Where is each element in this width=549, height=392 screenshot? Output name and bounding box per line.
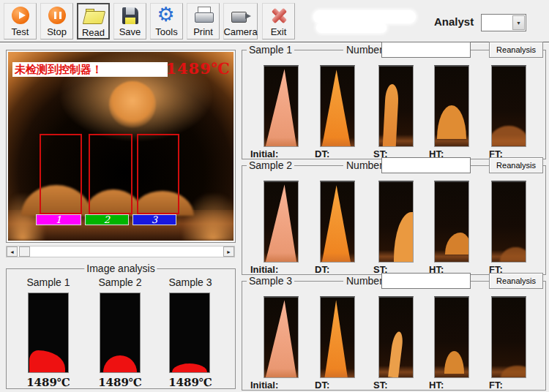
tools-button-label: Tools xyxy=(155,26,177,38)
chevron-down-icon[interactable]: ▼ xyxy=(512,15,525,30)
sample1-initial-thumbnail xyxy=(264,65,299,147)
furnace-camera-panel: 1 2 3 未检测到控制器！ 1489℃ xyxy=(6,50,236,243)
sample1-number-label: Number xyxy=(343,44,386,56)
sample3-initial-label: Initial: xyxy=(250,380,303,391)
region-tag-2: 2 xyxy=(85,214,129,225)
furnace-cone-silhouette xyxy=(109,81,156,128)
video-camera-icon xyxy=(230,5,252,26)
furnace-temperature-readout: 1489℃ xyxy=(165,59,231,78)
exit-x-icon xyxy=(268,5,290,26)
furnace-camera-view: 1 2 3 未检测到控制器！ 1489℃ xyxy=(8,52,234,241)
sample1-initial-label: Initial: xyxy=(250,148,303,159)
sample1-group: Sample 1 Number Reanalysis Initial: DT: … xyxy=(242,50,546,159)
analyst-dropdown[interactable]: ▼ xyxy=(481,14,526,31)
region-tag-3: 3 xyxy=(132,214,176,225)
printer-icon xyxy=(193,5,214,26)
sample1-dt-thumbnail xyxy=(320,65,355,147)
save-button[interactable]: Save xyxy=(113,3,146,39)
roi-rectangle-1 xyxy=(40,134,82,214)
sample3-ht-label: HT: xyxy=(429,380,482,391)
sample1-dt-label: DT: xyxy=(315,148,367,159)
ia-sample1-header: Sample 1 xyxy=(19,276,78,288)
ia-sample3-header: Sample 3 xyxy=(161,276,220,288)
sample3-ht-thumbnail xyxy=(434,296,469,378)
camera-horizontal-scrollbar[interactable]: ◄ ► xyxy=(6,246,235,257)
analyst-label: Analyst xyxy=(434,15,474,28)
furnace-glow-right xyxy=(182,194,234,241)
stop-button-label: Stop xyxy=(47,26,67,38)
ia-sample3-thumbnail xyxy=(169,293,210,373)
sample3-reanalysis-button[interactable]: Reanalysis xyxy=(489,273,543,289)
sample1-number-input[interactable] xyxy=(381,42,471,58)
app-window: Test Stop Read Save Tools Print Camera E… xyxy=(0,0,549,392)
sample2-initial-label: Initial: xyxy=(250,264,303,275)
sample2-ht-thumbnail xyxy=(434,181,469,263)
ia-sample2-header: Sample 2 xyxy=(91,276,149,288)
region-tag-1: 1 xyxy=(36,214,81,225)
tools-button[interactable]: Tools xyxy=(150,3,183,39)
ia-sample2-thumbnail xyxy=(100,293,141,373)
stop-button[interactable]: Stop xyxy=(40,3,73,39)
play-icon xyxy=(10,5,31,26)
ia-sample2-temperature: 1489℃ xyxy=(91,376,149,389)
scroll-left-icon[interactable]: ◄ xyxy=(7,246,18,257)
sample2-group: Sample 2 Number Reanalysis Initial: DT: … xyxy=(242,165,546,275)
test-button[interactable]: Test xyxy=(4,3,37,39)
sample2-reanalysis-button[interactable]: Reanalysis xyxy=(489,157,543,173)
sample3-group: Sample 3 Number Reanalysis Initial: DT: … xyxy=(242,281,546,391)
sample2-dt-label: DT: xyxy=(315,264,367,275)
sample1-group-title: Sample 1 xyxy=(247,44,294,56)
camera-button[interactable]: Camera xyxy=(223,3,258,39)
sample3-number-label: Number xyxy=(343,275,386,287)
redacted-area xyxy=(313,10,416,23)
gear-icon xyxy=(156,5,178,26)
sample1-ht-thumbnail xyxy=(434,65,469,147)
sample2-number-label: Number xyxy=(343,159,386,172)
print-button[interactable]: Print xyxy=(187,3,220,39)
sample1-reanalysis-button[interactable]: Reanalysis xyxy=(489,42,543,58)
redacted-area xyxy=(316,23,386,33)
region-tag-3-number: 3 xyxy=(152,214,157,225)
sample3-number-input[interactable] xyxy=(381,273,471,289)
test-button-label: Test xyxy=(12,26,29,38)
exit-button-label: Exit xyxy=(271,26,287,38)
image-analysis-title: Image analysis xyxy=(84,263,157,275)
sample2-group-title: Sample 2 xyxy=(247,159,294,172)
roi-rectangle-3 xyxy=(137,134,179,214)
floppy-disk-icon xyxy=(119,5,141,26)
sample2-dt-thumbnail xyxy=(320,181,355,263)
sample3-group-title: Sample 3 xyxy=(247,275,294,287)
exit-button[interactable]: Exit xyxy=(262,3,295,39)
sample3-ft-thumbnail xyxy=(491,296,526,378)
roi-rectangle-2 xyxy=(89,134,132,214)
scrollbar-thumb[interactable] xyxy=(19,246,30,257)
ia-sample1-thumbnail xyxy=(28,293,69,373)
sample2-st-thumbnail xyxy=(378,181,414,263)
region-tag-2-number: 2 xyxy=(104,214,110,225)
image-analysis-group: Image analysis Sample 1 Sample 2 Sample … xyxy=(6,268,236,389)
sample3-st-label: ST: xyxy=(373,380,426,391)
sample3-dt-label: DT: xyxy=(315,380,367,391)
camera-button-label: Camera xyxy=(223,26,257,38)
sample2-ft-thumbnail xyxy=(491,181,526,263)
sample1-st-thumbnail xyxy=(378,65,414,147)
save-button-label: Save xyxy=(119,26,141,38)
print-button-label: Print xyxy=(193,26,213,38)
read-button[interactable]: Read xyxy=(77,3,110,39)
ia-sample1-temperature: 1489℃ xyxy=(19,376,78,389)
sample3-ft-label: FT: xyxy=(489,380,542,391)
open-folder-icon xyxy=(83,6,105,27)
scroll-right-icon[interactable]: ► xyxy=(223,246,234,257)
sample3-st-thumbnail xyxy=(378,296,414,378)
controller-warning-banner: 未检测到控制器！ xyxy=(12,62,168,77)
sample3-initial-thumbnail xyxy=(264,296,299,378)
ia-sample3-temperature: 1489℃ xyxy=(161,376,220,389)
sample1-ft-thumbnail xyxy=(491,65,526,147)
sample3-dt-thumbnail xyxy=(320,296,355,378)
sample2-initial-thumbnail xyxy=(264,181,299,263)
region-tag-1-number: 1 xyxy=(56,214,61,225)
sample2-number-input[interactable] xyxy=(381,157,471,173)
pause-icon xyxy=(46,5,68,26)
read-button-label: Read xyxy=(82,27,105,39)
